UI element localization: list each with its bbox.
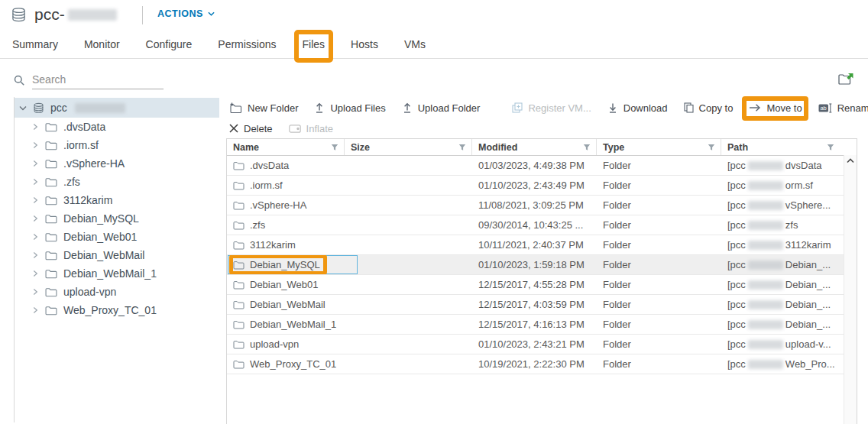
chevron-right-icon[interactable]: [31, 123, 39, 131]
filter-funnel-icon[interactable]: [583, 144, 591, 151]
tab-monitor[interactable]: Monitor: [83, 37, 121, 52]
tree-item-iorm-sf[interactable]: .iorm.sf: [15, 136, 219, 154]
tree-item-zfs[interactable]: .zfs: [15, 173, 219, 191]
rename-to-label: Rename to: [837, 102, 868, 114]
table-row-3112karim[interactable]: 3112karim 10/11/2021, 2:40:37 PM Folder …: [227, 235, 844, 255]
table-row-web-proxy-tc-01[interactable]: Web_Proxy_TC_01 10/19/2021, 2:22:30 PM F…: [227, 354, 844, 374]
file-size: [345, 335, 472, 354]
tab-bar: Summary Monitor Configure Permissions Fi…: [0, 31, 868, 59]
table-row-iorm-sf[interactable]: .iorm.sf 01/10/2023, 2:43:49 PM Folder […: [227, 176, 844, 196]
delete-button[interactable]: Delete: [229, 123, 273, 134]
scroll-up-icon[interactable]: [847, 158, 854, 163]
tab-hosts[interactable]: Hosts: [349, 37, 380, 52]
folder-icon: [45, 122, 57, 132]
file-size: [345, 295, 472, 314]
tab-summary[interactable]: Summary: [11, 37, 60, 52]
chevron-right-icon[interactable]: [31, 160, 39, 167]
file-type: Folder: [597, 215, 721, 235]
column-header-size[interactable]: Size: [345, 139, 472, 155]
column-header-path[interactable]: Path: [721, 139, 844, 155]
table-row-vsphere-ha[interactable]: .vSphere-HA 11/08/2021, 3:09:25 PM Folde…: [227, 196, 844, 215]
chevron-right-icon[interactable]: [31, 288, 39, 296]
register-vm-button[interactable]: Register VM...: [512, 102, 591, 114]
file-modified: 01/10/2023, 2:43:49 PM: [472, 176, 597, 195]
table-row-upload-vpn[interactable]: upload-vpn 01/10/2023, 2:43:21 PM Folder…: [227, 335, 844, 354]
chevron-right-icon[interactable]: [31, 233, 39, 241]
chevron-right-icon[interactable]: [31, 178, 39, 186]
tree-item-debian-webmail[interactable]: Debian_WebMail: [15, 246, 219, 264]
tree-item-label: 3112karim: [63, 194, 112, 206]
column-header-name[interactable]: Name: [227, 139, 345, 155]
redacted-path-text: [748, 340, 783, 349]
tree-item-upload-vpn[interactable]: upload-vpn: [15, 283, 219, 301]
table-row-debian-mysql[interactable]: Debian_MySQL 01/10/2023, 1:59:18 PM Fold…: [227, 255, 844, 275]
tab-permissions[interactable]: Permissions: [216, 37, 277, 52]
chevron-right-icon[interactable]: [31, 215, 39, 222]
table-row-debian-webmail[interactable]: Debian_WebMail 12/15/2017, 4:03:59 PM Fo…: [227, 295, 844, 315]
tree-item-web-proxy-tc-01[interactable]: Web_Proxy_TC_01: [15, 301, 219, 319]
datastore-icon: [11, 7, 27, 23]
redacted-path-text: [748, 320, 783, 329]
rename-to-button[interactable]: ab Rename to: [818, 102, 868, 114]
filter-funnel-icon[interactable]: [458, 144, 466, 151]
table-row-debian-web01[interactable]: Debian_Web01 12/15/2017, 4:55:28 PM Fold…: [227, 275, 844, 295]
tab-configure[interactable]: Configure: [144, 37, 194, 52]
search-input[interactable]: [32, 72, 164, 89]
filter-funnel-icon[interactable]: [331, 144, 338, 151]
file-name: upload-vpn: [250, 338, 299, 350]
tree-item-debian-web01[interactable]: Debian_Web01: [15, 228, 219, 246]
tree-item-label: .iorm.sf: [63, 139, 99, 151]
download-button[interactable]: Download: [607, 102, 668, 114]
chevron-right-icon[interactable]: [31, 196, 39, 204]
new-folder-button[interactable]: New Folder: [229, 102, 298, 114]
file-modified: 01/10/2023, 1:59:18 PM: [472, 255, 597, 274]
actions-button[interactable]: ACTIONS: [157, 8, 215, 19]
copy-icon: [684, 102, 694, 113]
tree-item-debian-mysql[interactable]: Debian_MySQL: [15, 209, 219, 228]
file-name: Web_Proxy_TC_01: [250, 358, 336, 370]
copy-to-button[interactable]: Copy to: [684, 102, 734, 114]
table-row-dvsdata[interactable]: .dvsData 01/03/2023, 4:49:38 PM Folder […: [227, 156, 844, 176]
tree-item-vsphere-ha[interactable]: .vSphere-HA: [15, 154, 219, 173]
tree-item-3112karim[interactable]: 3112karim: [15, 191, 219, 209]
file-name: .zfs: [250, 219, 265, 231]
column-header-modified[interactable]: Modified: [472, 139, 597, 155]
chevron-right-icon[interactable]: [31, 306, 39, 314]
upload-files-button[interactable]: Upload Files: [314, 102, 385, 114]
vertical-scrollbar[interactable]: [844, 155, 857, 424]
chevron-right-icon[interactable]: [31, 270, 39, 277]
tree-item-dvsdata[interactable]: .dvsData: [15, 118, 219, 136]
table-row-zfs[interactable]: .zfs 09/30/2014, 10:43:25 ... Folder [pc…: [227, 215, 844, 235]
rename-icon: ab: [818, 103, 832, 113]
table-row-debian-webmail-1[interactable]: Debian_WebMail_1 12/15/2017, 4:16:13 PM …: [227, 315, 844, 335]
move-to-button[interactable]: Move to: [749, 102, 802, 114]
filter-funnel-icon[interactable]: [708, 144, 715, 151]
redacted-path-text: [748, 181, 783, 190]
chevron-down-icon[interactable]: [19, 105, 27, 111]
redacted-path-text: [748, 360, 783, 369]
folder-icon: [233, 300, 245, 309]
register-vm-label: Register VM...: [528, 102, 591, 114]
tree-root-datastore[interactable]: pcc: [15, 98, 219, 118]
file-path: [pccdvsData: [721, 156, 844, 175]
column-header-type[interactable]: Type: [597, 139, 721, 155]
file-modified: 12/15/2017, 4:55:28 PM: [472, 275, 597, 294]
file-toolbar: New Folder Upload Files Upload Folder Re…: [229, 99, 856, 137]
filter-funnel-icon[interactable]: [827, 144, 834, 151]
upload-folder-button[interactable]: Upload Folder: [402, 102, 481, 114]
upload-icon: [402, 102, 413, 113]
inflate-button[interactable]: Inflate: [289, 123, 333, 134]
file-type: Folder: [597, 255, 721, 274]
folder-export-icon[interactable]: [838, 73, 854, 89]
tab-files[interactable]: Files: [301, 37, 327, 52]
file-path: [pccDebian_...: [721, 315, 844, 334]
chevron-right-icon[interactable]: [31, 141, 39, 149]
column-label: Path: [727, 142, 748, 153]
inflate-disk-icon: [289, 125, 301, 133]
tab-vms[interactable]: VMs: [403, 37, 427, 52]
file-modified: 10/11/2021, 2:40:37 PM: [472, 235, 597, 254]
file-modified: 01/03/2023, 4:49:38 PM: [472, 156, 597, 175]
folder-icon: [45, 141, 57, 151]
chevron-right-icon[interactable]: [31, 251, 39, 259]
tree-item-debian-webmail-1[interactable]: Debian_WebMail_1: [15, 264, 219, 283]
